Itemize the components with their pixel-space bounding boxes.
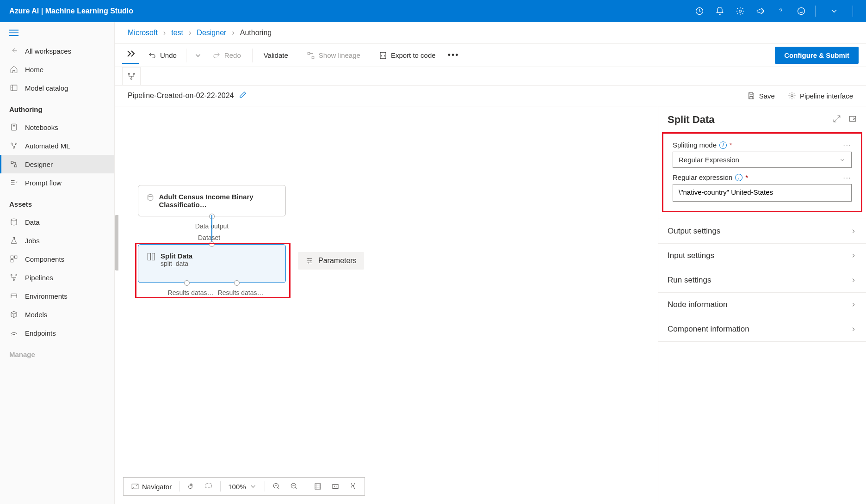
svg-rect-11 xyxy=(11,256,13,258)
nav-models[interactable]: Models xyxy=(0,305,114,324)
node-subtitle: split_data xyxy=(161,260,192,267)
crumb-microsoft[interactable]: Microsoft xyxy=(128,29,158,37)
content: Microsoft› test› Designer› Authoring Und… xyxy=(115,22,866,504)
svg-point-24 xyxy=(791,95,793,97)
nav-pipelines[interactable]: Pipelines xyxy=(0,268,114,287)
nav-automated-ml[interactable]: Automated ML xyxy=(0,136,114,155)
nav-label: Components xyxy=(25,255,64,263)
nav-prompt-flow[interactable]: Prompt flow xyxy=(0,173,114,192)
regex-label: Regular expression xyxy=(673,173,732,181)
crumb-designer[interactable]: Designer xyxy=(197,29,226,37)
expand-icon[interactable] xyxy=(833,115,841,125)
acc-component-info[interactable]: Component information xyxy=(658,317,866,342)
nav-endpoints[interactable]: Endpoints xyxy=(0,324,114,342)
regex-input[interactable]: \"native-country" United-States xyxy=(673,184,852,202)
configure-submit-button[interactable]: Configure & Submit xyxy=(775,47,859,64)
nav-environments[interactable]: Environments xyxy=(0,287,114,305)
nav-jobs[interactable]: Jobs xyxy=(0,231,114,250)
crumb-current: Authoring xyxy=(240,29,272,37)
undo-button[interactable]: Undo xyxy=(143,49,181,62)
nav-model-catalog[interactable]: Model catalog xyxy=(0,79,114,97)
output-port-2[interactable] xyxy=(234,280,240,286)
node-title: Adult Census Income Binary Classificatio… xyxy=(159,193,277,209)
acc-run-settings[interactable]: Run settings xyxy=(658,268,866,293)
nav-notebooks[interactable]: Notebooks xyxy=(0,118,114,136)
nav-all-workspaces[interactable]: All workspaces xyxy=(0,42,114,60)
input-port[interactable] xyxy=(209,241,215,247)
megaphone-icon[interactable] xyxy=(750,0,771,22)
resize-handle[interactable] xyxy=(115,215,118,270)
bell-icon[interactable] xyxy=(710,0,730,22)
select-button[interactable] xyxy=(201,480,216,492)
zoom-in-icon[interactable] xyxy=(269,480,285,492)
hamburger-icon[interactable] xyxy=(0,26,114,42)
acc-input-settings[interactable]: Input settings xyxy=(658,244,866,268)
export-code-button[interactable]: Export to code xyxy=(374,49,440,62)
crumb-test[interactable]: test xyxy=(171,29,183,37)
field-more-icon[interactable]: ··· xyxy=(843,141,852,149)
save-label: Save xyxy=(759,92,775,100)
nav-label: Data xyxy=(25,218,40,226)
zoom-out-icon[interactable] xyxy=(286,480,302,492)
breadcrumb: Microsoft› test› Designer› Authoring xyxy=(115,22,866,44)
acc-label: Input settings xyxy=(668,251,714,260)
fit-screen-icon[interactable] xyxy=(310,480,326,492)
svg-rect-32 xyxy=(315,484,321,489)
info-icon[interactable]: i xyxy=(719,141,727,149)
navigator-button[interactable]: Navigator xyxy=(127,480,175,492)
split-icon xyxy=(147,252,156,261)
port-label: Results datas… xyxy=(168,289,214,296)
chevron-down-icon[interactable] xyxy=(819,0,849,22)
section-manage: Manage xyxy=(0,342,114,363)
edit-name-icon[interactable] xyxy=(239,91,247,100)
save-button[interactable]: Save xyxy=(747,92,775,100)
clock-icon[interactable] xyxy=(689,0,710,22)
smiley-icon[interactable] xyxy=(791,0,811,22)
svg-rect-8 xyxy=(11,161,13,164)
auto-layout-icon[interactable] xyxy=(345,480,361,492)
validate-button[interactable]: Validate xyxy=(259,49,293,62)
splitting-mode-select[interactable]: Regular Expression xyxy=(673,152,852,168)
field-more-icon[interactable]: ··· xyxy=(843,173,852,181)
actual-size-icon[interactable] xyxy=(328,480,343,492)
collapse-icon[interactable] xyxy=(848,115,857,125)
endpoints-icon xyxy=(9,328,19,338)
nav-home[interactable]: Home xyxy=(0,60,114,79)
help-icon[interactable] xyxy=(771,0,791,22)
node-title: Split Data xyxy=(161,252,192,260)
node-split-data[interactable]: Split Data split_data Results datas… Res… xyxy=(138,244,286,283)
svg-rect-12 xyxy=(15,256,17,258)
nav-label: Home xyxy=(25,66,43,74)
redo-label: Redo xyxy=(224,51,241,59)
svg-rect-13 xyxy=(11,260,13,262)
info-icon[interactable]: i xyxy=(735,174,742,181)
more-icon[interactable]: ••• xyxy=(445,48,462,63)
zoom-level[interactable]: 100% xyxy=(224,480,260,492)
svg-point-15 xyxy=(16,274,17,276)
svg-rect-26 xyxy=(148,253,151,260)
svg-rect-33 xyxy=(333,485,338,489)
collapse-toggle[interactable] xyxy=(122,46,139,64)
svg-point-5 xyxy=(11,143,12,144)
nav-label: Designer xyxy=(25,160,53,168)
canvas[interactable]: Adult Census Income Binary Classificatio… xyxy=(115,106,658,504)
pipeline-interface-button[interactable]: Pipeline interface xyxy=(788,92,853,100)
undo-dropdown[interactable] xyxy=(191,49,205,62)
nav-components[interactable]: Components xyxy=(0,250,114,268)
required-marker: * xyxy=(730,141,732,149)
nav-data[interactable]: Data xyxy=(0,213,114,231)
pan-button[interactable] xyxy=(183,480,199,492)
chevron-right-icon xyxy=(850,301,857,308)
acc-node-info[interactable]: Node information xyxy=(658,293,866,317)
nav-designer[interactable]: Designer xyxy=(0,155,114,173)
acc-output-settings[interactable]: Output settings xyxy=(658,219,866,244)
output-port-1[interactable] xyxy=(184,280,190,286)
node-adult-census[interactable]: Adult Census Income Binary Classificatio… xyxy=(138,185,286,216)
parameters-button[interactable]: Parameters xyxy=(298,252,364,270)
sub-toolbar xyxy=(115,67,866,86)
graph-tab[interactable] xyxy=(122,67,141,86)
notebook-icon xyxy=(9,123,19,132)
separator xyxy=(853,6,853,17)
gear-icon[interactable] xyxy=(730,0,750,22)
validate-label: Validate xyxy=(264,51,288,59)
